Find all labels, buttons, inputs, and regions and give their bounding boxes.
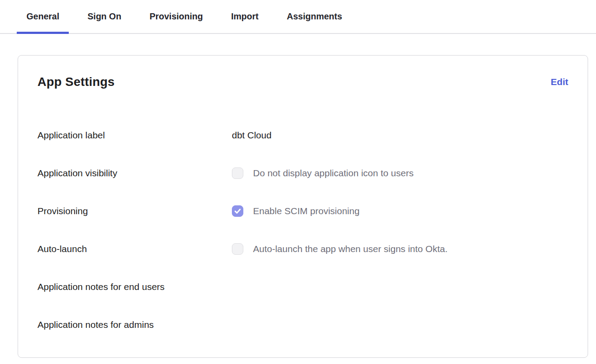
tab-provisioning[interactable]: Provisioning <box>140 0 212 34</box>
tab-import[interactable]: Import <box>221 0 268 34</box>
row-label: Application visibility <box>37 168 232 178</box>
tab-general[interactable]: General <box>17 0 69 34</box>
tab-sign-on[interactable]: Sign On <box>78 0 131 34</box>
card-title: App Settings <box>37 75 115 89</box>
check-icon <box>234 207 242 215</box>
row-provisioning: Provisioning Enable SCIM provisioning <box>37 203 568 219</box>
row-auto-launch: Auto-launch Auto-launch the app when use… <box>37 241 568 257</box>
application-label-value: dbt Cloud <box>232 130 272 141</box>
row-value: Auto-launch the app when user signs into… <box>232 243 447 255</box>
application-visibility-checkbox[interactable] <box>232 167 243 179</box>
row-label: Application notes for admins <box>37 319 232 330</box>
row-label: Auto-launch <box>37 244 232 254</box>
row-label: Application label <box>37 130 232 141</box>
auto-launch-checkbox[interactable] <box>232 243 243 255</box>
row-application-label: Application label dbt Cloud <box>37 127 568 144</box>
app-tab-bar: General Sign On Provisioning Import Assi… <box>0 0 596 34</box>
tab-assignments[interactable]: Assignments <box>277 0 352 34</box>
row-notes-end-users: Application notes for end users <box>37 279 568 295</box>
edit-button[interactable]: Edit <box>551 77 568 87</box>
app-settings-card: App Settings Edit Application label dbt … <box>18 55 588 358</box>
settings-rows: Application label dbt Cloud Application … <box>37 127 568 333</box>
row-label: Application notes for end users <box>37 282 232 292</box>
card-header: App Settings Edit <box>37 75 568 89</box>
checkbox-label: Auto-launch the app when user signs into… <box>253 244 447 254</box>
row-application-visibility: Application visibility Do not display ap… <box>37 165 568 182</box>
row-value: Do not display application icon to users <box>232 167 413 179</box>
checkbox-label: Do not display application icon to users <box>253 168 413 178</box>
row-value: Enable SCIM provisioning <box>232 205 360 217</box>
row-label: Provisioning <box>37 206 232 216</box>
checkbox-label: Enable SCIM provisioning <box>253 206 360 216</box>
row-notes-admins: Application notes for admins <box>37 316 568 333</box>
enable-scim-checkbox[interactable] <box>232 205 243 217</box>
